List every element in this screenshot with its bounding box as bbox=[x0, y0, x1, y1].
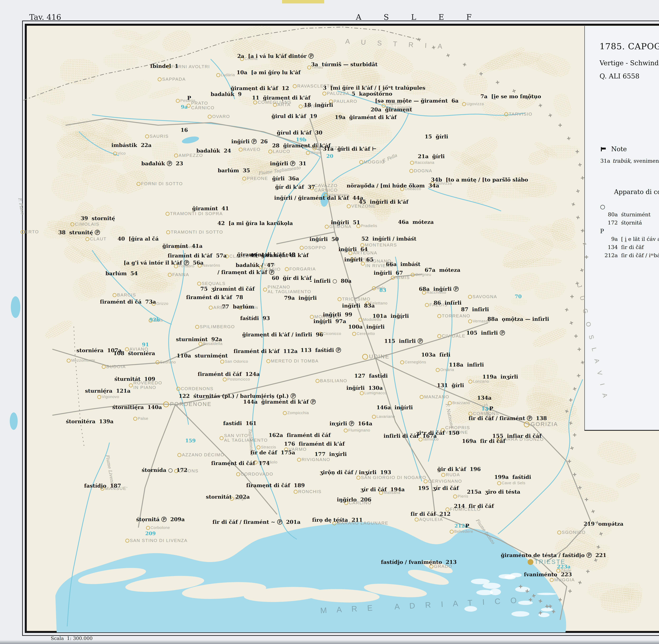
map-data-point: 7a [i̯e se mo ſmộtụo bbox=[480, 93, 541, 99]
town-label: Sedrano bbox=[160, 360, 176, 364]
town-marker bbox=[524, 421, 529, 427]
town-label: Lavariano bbox=[377, 415, 395, 419]
town-label: LAUCO bbox=[273, 149, 290, 154]
town-label: PREONE bbox=[247, 176, 268, 181]
town-marker bbox=[409, 169, 413, 173]
town-marker bbox=[400, 360, 404, 364]
map-data-point: 42 [a mi ğíra la karŭ́kọla bbox=[218, 220, 293, 226]
map-reference-number: 159 bbox=[185, 438, 196, 443]
map-data-point: 113 faśtídi Ⓟ bbox=[300, 346, 341, 354]
town-marker bbox=[208, 115, 212, 119]
town-label: PORDENONE bbox=[170, 401, 212, 407]
town-label: CORDENONS bbox=[181, 386, 213, 391]
town-marker bbox=[176, 99, 180, 103]
town-marker bbox=[220, 436, 224, 440]
town-marker bbox=[391, 276, 395, 280]
map-data-point: 127 fastídi bbox=[354, 373, 388, 379]
town-marker bbox=[283, 411, 287, 415]
map-data-point: inʒírli Ⓟ 164a bbox=[330, 420, 372, 427]
town-marker bbox=[415, 518, 418, 522]
town-label: RONCHIS bbox=[298, 489, 322, 494]
page-edge-shadow-bottom bbox=[0, 640, 659, 644]
town-label: NIMIS bbox=[395, 275, 410, 280]
town-marker bbox=[441, 473, 445, 477]
page-tab bbox=[282, 0, 324, 3]
map-reference-number: 9a bbox=[181, 104, 187, 110]
town-marker bbox=[85, 237, 89, 241]
map-data-point: 88a ǫmộtza — inſìrli bbox=[487, 316, 549, 322]
town-marker bbox=[356, 476, 360, 480]
town-marker bbox=[113, 152, 117, 156]
town-label: RIVIGNANO bbox=[301, 457, 330, 462]
map-data-point: inğírli Ⓟ 26 bbox=[231, 138, 268, 145]
map-data-point: bađalúk Ⓟ 23 bbox=[141, 160, 183, 167]
town-marker bbox=[469, 380, 472, 384]
map-data-point: 79a inğį́rli bbox=[284, 295, 317, 301]
town-label: Pradielis bbox=[361, 224, 377, 228]
town-marker bbox=[338, 297, 341, 301]
town-label: OVARO bbox=[212, 114, 230, 119]
map-data-point: 77 barlúm bbox=[222, 303, 254, 309]
town-label: ARTA bbox=[277, 102, 291, 107]
town-marker bbox=[462, 102, 466, 106]
town-marker bbox=[253, 100, 257, 105]
town-label: Lonzano bbox=[473, 380, 489, 384]
map-data-point: ğirul di k'ȧf 19 bbox=[272, 113, 317, 119]
town-label: AQUILEIA bbox=[419, 517, 443, 522]
atlas-plate: Tav. 416 A S L E F Carta 321 SAPPADAFORN… bbox=[0, 0, 659, 644]
map-reference-number: 91 bbox=[142, 342, 149, 347]
map-data-point: ğírul di k'ȧf 30 bbox=[277, 130, 322, 136]
map-data-point: ʒirộṇ di čáf / inʒírli 193 bbox=[320, 469, 391, 475]
map-data-point: ſiramęnt di čáf 189 bbox=[246, 482, 305, 488]
map-data-point: fastídi̯o 187 bbox=[84, 483, 121, 489]
town-marker bbox=[129, 384, 133, 387]
town-marker bbox=[223, 377, 227, 382]
map-data-point: ğiraménto de tésta / faśtídi̯o Ⓟ 221 bbox=[501, 552, 607, 559]
map-data-point: fastídjo / ſvanimę́nto 213 bbox=[381, 559, 457, 565]
map-data-point: ʒír di čáf 194a bbox=[361, 486, 405, 492]
town-label: Vico bbox=[118, 151, 126, 155]
town-label: RAVEO bbox=[243, 147, 260, 152]
town-marker bbox=[285, 267, 289, 271]
town-marker bbox=[113, 293, 116, 297]
map-data-point: barlúm 35 bbox=[218, 167, 250, 174]
town-marker bbox=[21, 230, 24, 234]
map-data-point: inğírli 50 bbox=[310, 236, 339, 242]
map-reference-number: 223a bbox=[557, 564, 571, 570]
map-data-point: / ſiramęnt di k'ȧf Ⓟ bbox=[218, 269, 274, 276]
town-label: Brazzano bbox=[452, 401, 470, 405]
town-label: TRICESIMO bbox=[342, 297, 370, 301]
town-label: PAULARO bbox=[334, 99, 357, 104]
map-data-point: 144a ğiramént di k'ȧf Ⓟ bbox=[243, 398, 316, 406]
town-label: TORREANO bbox=[442, 314, 470, 318]
map-data-point: ğir di k'ȧf 196 bbox=[437, 466, 481, 472]
town-marker bbox=[310, 315, 314, 319]
map-data-point: stornitát 202a bbox=[206, 493, 250, 500]
map-data-point: 18 inğírli bbox=[304, 102, 333, 108]
town-marker bbox=[504, 112, 508, 116]
town-label: AZZANO DÉCIMO bbox=[182, 453, 224, 457]
map-data-point: badalúk 24 bbox=[197, 147, 231, 154]
map-data-point: 20a ğiramęnt bbox=[371, 106, 412, 113]
town-marker bbox=[410, 161, 414, 165]
map-data-point: 118a inſirli bbox=[449, 362, 484, 368]
town-marker bbox=[166, 230, 170, 234]
town-label: Vigonovo bbox=[102, 395, 119, 399]
map-data-point: ſiramént di čá 73a bbox=[100, 299, 156, 305]
map-data-point: 108 śtorniéra bbox=[113, 350, 155, 356]
map-data-point: 5 kapośtốrno bbox=[351, 91, 392, 97]
map-data-point: 103a ſĭrli bbox=[421, 351, 450, 358]
town-marker bbox=[256, 445, 260, 449]
town-marker bbox=[102, 365, 106, 369]
map-data-point: 67a móteza bbox=[425, 267, 460, 273]
map-data-point: 176 ſiramént di k'ȧf bbox=[284, 441, 345, 447]
town-marker bbox=[468, 295, 472, 299]
town-marker bbox=[437, 314, 441, 318]
map-data-point: 86 inſírli bbox=[434, 300, 461, 306]
map-data-point: ſvaniménto 223 bbox=[524, 571, 572, 577]
town-label: MOGGIO bbox=[364, 160, 385, 164]
map-data-point: badalúk 9 bbox=[211, 91, 242, 97]
map-data-point: 101a inğį́rli bbox=[372, 313, 409, 319]
map-data-point: ſbindel 1 bbox=[150, 63, 179, 69]
map-data-point: P bbox=[489, 405, 493, 412]
